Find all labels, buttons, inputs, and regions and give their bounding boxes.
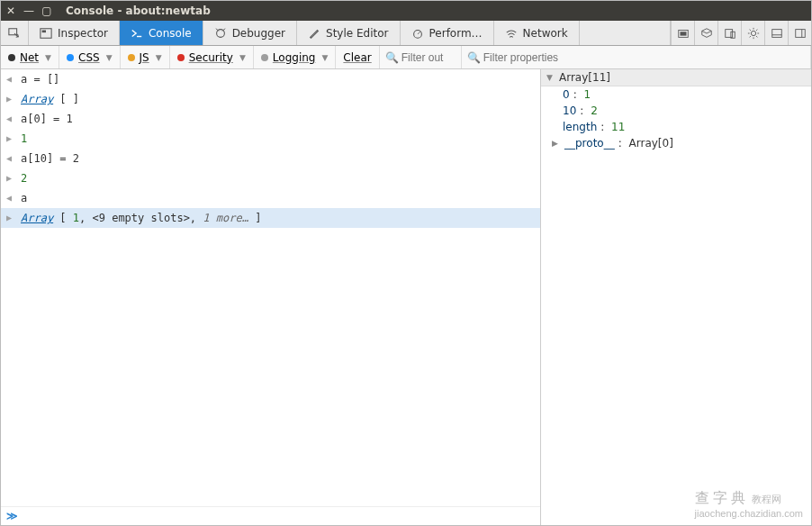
search-icon: 🔍 xyxy=(385,51,399,64)
object-inspector: ▼ Array[11] 0: 1 10: 2 length: 11 ▶ __pr… xyxy=(541,69,811,525)
dock-icon xyxy=(771,27,783,40)
console-input-row: a[0] = 1 xyxy=(1,109,540,129)
filter-output-field[interactable]: 🔍 xyxy=(380,46,462,68)
svg-rect-1 xyxy=(41,28,51,38)
input-arrow-icon xyxy=(5,111,14,127)
svg-rect-14 xyxy=(771,29,781,37)
log-text: a = [] xyxy=(21,71,59,87)
console-output-row: 2 xyxy=(1,168,540,188)
settings-button[interactable] xyxy=(741,21,764,45)
svg-point-13 xyxy=(751,31,755,35)
console-output-row: 1 xyxy=(1,129,540,149)
filter-label: Security xyxy=(189,51,233,64)
responsive-icon xyxy=(724,27,736,40)
svg-line-8 xyxy=(418,32,420,34)
window-close-icon[interactable]: ✕ xyxy=(6,6,15,15)
inspector-root-node[interactable]: ▼ Array[11] xyxy=(541,69,811,86)
tab-label: Perform… xyxy=(429,27,483,40)
inspector-node[interactable]: length: 11 xyxy=(541,119,811,135)
filter-properties-input[interactable] xyxy=(483,51,805,64)
prompt-icon: ≫ xyxy=(6,510,18,522)
chevron-down-icon[interactable]: ▼ xyxy=(321,53,328,62)
tab-inspector[interactable]: Inspector xyxy=(29,21,120,45)
filter-net[interactable]: Net ▼ xyxy=(1,46,59,68)
svg-rect-2 xyxy=(42,30,46,32)
filter-security[interactable]: Security ▼ xyxy=(170,46,254,68)
screenshot-button[interactable] xyxy=(671,21,694,45)
tab-label: Debugger xyxy=(232,27,285,40)
toolbox-pick-button[interactable] xyxy=(1,21,29,45)
log-text: a xyxy=(21,190,27,206)
filter-dot xyxy=(177,54,185,61)
triangle-expanded-icon[interactable]: ▼ xyxy=(546,73,555,82)
chevron-down-icon[interactable]: ▼ xyxy=(45,53,51,62)
filter-output-input[interactable] xyxy=(401,51,456,64)
style-editor-icon xyxy=(308,27,320,40)
console-filter-bar: Net ▼ CSS ▼ JS ▼ Security ▼ Logging ▼ Cl… xyxy=(1,46,811,69)
node-label: Array[11] xyxy=(559,71,610,84)
tab-performance[interactable]: Perform… xyxy=(401,21,494,45)
tab-label: Network xyxy=(523,27,568,40)
filter-dot xyxy=(128,54,135,61)
log-text: a[10] = 2 xyxy=(21,150,79,167)
filter-label: Logging xyxy=(273,51,316,64)
console-input-row: a = [] xyxy=(1,69,540,89)
inspector-node[interactable]: ▶ __proto__: Array[0] xyxy=(541,135,811,151)
chevron-down-icon[interactable]: ▼ xyxy=(156,53,162,62)
tab-label: Style Editor xyxy=(326,27,388,40)
dock-side-icon xyxy=(794,27,807,40)
network-icon xyxy=(505,27,518,40)
box-icon xyxy=(700,27,713,40)
tab-style-editor[interactable]: Style Editor xyxy=(297,21,400,45)
dock-button[interactable] xyxy=(764,21,788,45)
inspector-node[interactable]: 0: 1 xyxy=(541,86,811,103)
tab-network[interactable]: Network xyxy=(494,21,580,45)
tab-console[interactable]: Console xyxy=(120,21,203,45)
filter-dot xyxy=(261,54,268,61)
node-value: 2 xyxy=(591,104,598,117)
clear-button[interactable]: Clear xyxy=(336,46,379,68)
tab-label: Console xyxy=(149,27,192,40)
svg-rect-16 xyxy=(795,29,805,37)
filter-logging[interactable]: Logging ▼ xyxy=(254,46,337,68)
window-maximize-icon[interactable]: ▢ xyxy=(42,6,51,15)
main-split: a = [] Array [ ] a[0] = 1 1 a[10] = 2 2 xyxy=(1,69,811,525)
tab-debugger[interactable]: Debugger xyxy=(203,21,297,45)
filter-js[interactable]: JS ▼ xyxy=(121,46,170,68)
log-text[interactable]: Array [ 1, <9 empty slots>, 1 more… ] xyxy=(21,210,261,226)
console-input-row: a xyxy=(1,188,540,208)
window-minimize-icon[interactable]: — xyxy=(24,6,33,15)
log-text[interactable]: Array [ ] xyxy=(21,91,79,107)
chevron-down-icon[interactable]: ▼ xyxy=(106,53,113,62)
log-text: 2 xyxy=(21,170,27,186)
console-output-row[interactable]: Array [ 1, <9 empty slots>, 1 more… ] xyxy=(1,208,540,228)
node-value: 1 xyxy=(584,88,591,101)
console-output-row[interactable]: Array [ ] xyxy=(1,89,540,109)
chevron-down-icon[interactable]: ▼ xyxy=(239,53,246,62)
dock-side-button[interactable] xyxy=(788,21,811,45)
storage-button[interactable] xyxy=(694,21,717,45)
debugger-icon xyxy=(214,27,227,40)
filter-dot xyxy=(67,54,74,61)
inspector-node[interactable]: 10: 2 xyxy=(541,103,811,119)
filter-label: JS xyxy=(140,51,149,64)
log-text: 1 xyxy=(21,131,27,147)
node-key: length xyxy=(563,121,597,133)
triangle-collapsed-icon[interactable]: ▶ xyxy=(552,139,561,148)
svg-rect-10 xyxy=(680,32,686,35)
window-title: Console - about:newtab xyxy=(66,5,211,17)
filter-css[interactable]: CSS ▼ xyxy=(59,46,121,68)
node-value: Array[0] xyxy=(629,137,673,150)
frame-icon xyxy=(677,27,690,40)
output-arrow-icon xyxy=(5,131,14,147)
filter-label: CSS xyxy=(78,51,100,64)
log-text: a[0] = 1 xyxy=(21,111,73,127)
inspect-element-icon xyxy=(8,27,21,40)
console-prompt[interactable]: ≫ xyxy=(1,506,540,525)
filter-properties-field[interactable]: 🔍 xyxy=(462,46,811,68)
responsive-button[interactable] xyxy=(717,21,741,45)
performance-icon xyxy=(411,27,424,40)
tab-spacer xyxy=(580,21,671,45)
toolbox-buttons xyxy=(671,21,811,45)
window-titlebar: ✕ — ▢ Console - about:newtab xyxy=(1,1,811,21)
